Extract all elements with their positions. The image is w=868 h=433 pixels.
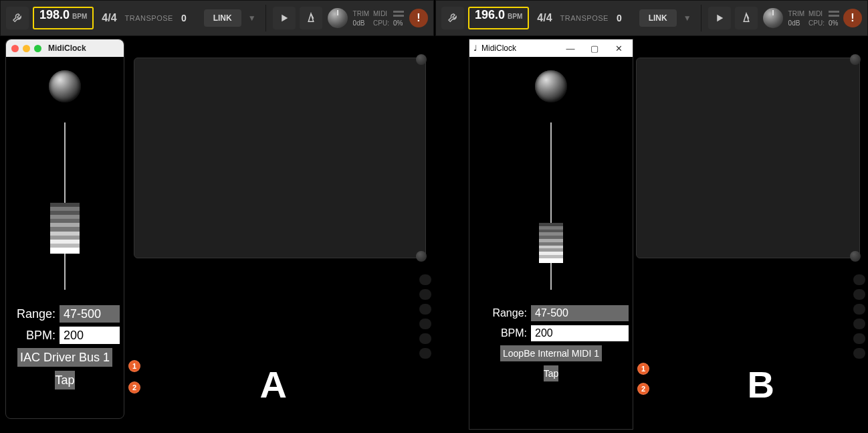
viewport-dial-bottom[interactable] xyxy=(416,251,427,262)
metronome-icon xyxy=(740,12,752,24)
midi-driver-select[interactable]: IAC Driver Bus 1 xyxy=(17,348,112,367)
tap-button[interactable]: Tap xyxy=(544,365,559,381)
tempo-light-orb xyxy=(49,70,81,102)
midiclock-body: Range: 47-500 BPM: 200 LoopBe Internal M… xyxy=(469,57,633,429)
panel-b: 196.0 BPM 4/4 TRANSPOSE 0 LINK ▼ TRIM 0d… xyxy=(434,0,868,433)
midi-activity-icon xyxy=(829,11,839,17)
bpm-unit-label: BPM xyxy=(72,13,87,20)
right-rail-slots xyxy=(853,274,865,359)
range-label: Range: xyxy=(10,307,56,321)
bpm-field[interactable]: 200 xyxy=(60,327,120,344)
wrench-icon xyxy=(11,12,23,24)
link-button[interactable]: LINK xyxy=(639,9,677,27)
cpu-label: CPU: xyxy=(373,19,389,27)
warning-icon[interactable]: ! xyxy=(409,9,428,27)
bpm-display[interactable]: 196.0 BPM xyxy=(468,7,529,29)
tempo-slider-thumb[interactable] xyxy=(539,223,563,263)
viewport-dial-top[interactable] xyxy=(416,54,427,65)
bpm-field-label: BPM: xyxy=(473,327,527,339)
main-toolbar: 198.0 BPM 4/4 TRANSPOSE 0 LINK ▼ TRIM 0d… xyxy=(0,0,434,36)
window-title: MidiClock xyxy=(48,44,86,53)
bpm-display[interactable]: 198.0 BPM xyxy=(33,7,94,29)
zoom-icon[interactable] xyxy=(34,45,41,52)
midi-cpu-readout: MIDI CPU: 0% xyxy=(373,9,404,27)
metronome-button[interactable] xyxy=(735,7,758,29)
midi-cpu-readout: MIDI CPU: 0% xyxy=(808,9,839,27)
trim-value: 0dB xyxy=(788,19,804,27)
callout-1: 1 xyxy=(637,363,649,375)
app-icon: ♩ xyxy=(473,44,477,53)
tap-button[interactable]: Tap xyxy=(55,371,74,389)
trim-label: TRIM xyxy=(353,10,369,17)
play-button[interactable] xyxy=(708,7,731,29)
transpose-label: TRANSPOSE xyxy=(560,14,609,22)
window-titlebar[interactable]: ♩ MidiClock — ▢ ✕ xyxy=(469,39,633,57)
minimize-icon[interactable] xyxy=(23,45,30,52)
tempo-slider[interactable] xyxy=(64,122,66,290)
bpm-field[interactable]: 200 xyxy=(531,325,629,341)
play-icon xyxy=(714,12,726,24)
chevron-down-icon[interactable]: ▼ xyxy=(681,13,694,23)
play-icon xyxy=(278,12,290,24)
trim-readout: TRIM 0dB xyxy=(762,9,804,27)
chevron-down-icon[interactable]: ▼ xyxy=(245,13,259,23)
trim-knob[interactable] xyxy=(763,8,783,28)
cpu-value: 0% xyxy=(829,19,839,27)
main-viewport xyxy=(134,58,426,258)
cpu-value: 0% xyxy=(393,19,404,27)
cpu-label: CPU: xyxy=(808,19,825,27)
callout-2: 2 xyxy=(637,383,649,395)
midi-label: MIDI xyxy=(808,10,825,17)
transpose-value[interactable]: 0 xyxy=(177,13,191,23)
wrench-icon xyxy=(447,12,459,24)
bpm-value: 198.0 xyxy=(39,8,70,22)
trim-label: TRIM xyxy=(788,10,804,17)
close-icon[interactable]: ✕ xyxy=(609,44,629,54)
metronome-icon xyxy=(305,12,317,24)
bpm-field-label: BPM: xyxy=(10,329,56,343)
play-button[interactable] xyxy=(273,7,296,29)
midiclock-window-win: ♩ MidiClock — ▢ ✕ Range: 47-500 BPM: 200… xyxy=(469,39,633,430)
bpm-unit-label: BPM xyxy=(508,13,522,20)
time-signature[interactable]: 4/4 xyxy=(533,12,556,24)
tempo-slider-thumb[interactable] xyxy=(50,203,80,254)
close-icon[interactable] xyxy=(11,45,19,52)
midi-driver-select[interactable]: LoopBe Internal MIDI 1 xyxy=(500,345,602,361)
range-field[interactable]: 47-500 xyxy=(60,305,120,323)
midiclock-body: Range: 47-500 BPM: 200 IAC Driver Bus 1 … xyxy=(6,57,124,418)
window-title: MidiClock xyxy=(481,44,556,53)
transpose-label: TRANSPOSE xyxy=(125,14,173,22)
bpm-row: BPM: 200 xyxy=(469,323,633,343)
transpose-value[interactable]: 0 xyxy=(613,13,626,23)
range-row: Range: 47-500 xyxy=(6,303,124,325)
settings-icon-button[interactable] xyxy=(441,7,464,29)
range-row: Range: 47-500 xyxy=(469,303,633,323)
midi-activity-icon xyxy=(393,11,404,17)
time-signature[interactable]: 4/4 xyxy=(98,12,120,24)
main-toolbar: 196.0 BPM 4/4 TRANSPOSE 0 LINK ▼ TRIM 0d… xyxy=(435,0,868,36)
minimize-icon[interactable]: — xyxy=(560,44,580,54)
callout-2: 2 xyxy=(128,381,140,394)
tempo-slider[interactable] xyxy=(550,122,552,290)
link-button[interactable]: LINK xyxy=(204,9,241,27)
window-titlebar[interactable]: MidiClock xyxy=(6,39,124,57)
warning-icon[interactable]: ! xyxy=(843,9,862,27)
range-label: Range: xyxy=(473,307,527,319)
trim-knob[interactable] xyxy=(328,8,348,28)
metronome-button[interactable] xyxy=(300,7,322,29)
panel-a: 198.0 BPM 4/4 TRANSPOSE 0 LINK ▼ TRIM 0d… xyxy=(0,0,434,433)
viewport-dial-top[interactable] xyxy=(850,54,861,65)
midi-label: MIDI xyxy=(373,10,389,17)
trim-readout: TRIM 0dB xyxy=(326,9,369,27)
panel-letter: B xyxy=(748,363,774,406)
range-field[interactable]: 47-500 xyxy=(531,305,629,321)
trim-value: 0dB xyxy=(353,19,369,27)
bpm-row: BPM: 200 xyxy=(6,325,124,346)
maximize-icon[interactable]: ▢ xyxy=(584,44,605,54)
settings-icon-button[interactable] xyxy=(6,7,29,29)
bpm-value: 196.0 xyxy=(475,8,505,22)
midiclock-window-mac: MidiClock Range: 47-500 BPM: 200 IAC Dri… xyxy=(5,39,124,419)
viewport-dial-bottom[interactable] xyxy=(850,251,861,262)
panel-letter: A xyxy=(260,363,287,406)
main-viewport xyxy=(636,58,860,258)
